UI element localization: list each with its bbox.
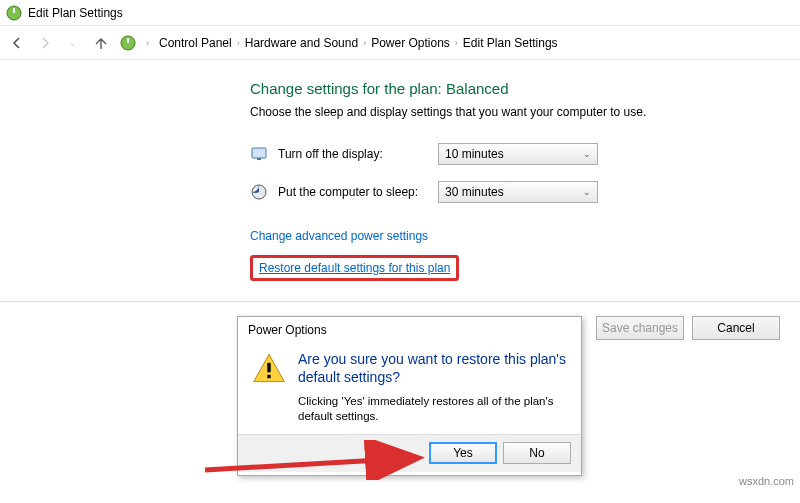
breadcrumb: Control Panel › Hardware and Sound › Pow… (159, 36, 558, 50)
arrow-left-icon (9, 35, 25, 51)
dialog-heading: Are you sure you want to restore this pl… (298, 351, 567, 386)
window-title: Edit Plan Settings (28, 6, 123, 20)
no-button[interactable]: No (503, 442, 571, 464)
svg-rect-4 (252, 148, 266, 158)
dialog-message: Clicking 'Yes' immediately restores all … (298, 394, 567, 424)
link-advanced-settings[interactable]: Change advanced power settings (250, 229, 428, 243)
annotation-highlight: Restore default settings for this plan (250, 255, 459, 281)
chevron-right-icon: › (363, 38, 366, 48)
svg-rect-5 (257, 158, 261, 160)
link-restore-defaults[interactable]: Restore default settings for this plan (259, 261, 450, 275)
svg-rect-8 (267, 375, 270, 378)
dropdown-display-off[interactable]: 10 minutes ⌄ (438, 143, 598, 165)
row-display-off: Turn off the display: 10 minutes ⌄ (250, 143, 800, 165)
crumb-hardware-sound[interactable]: Hardware and Sound (245, 36, 358, 50)
dropdown-value: 30 minutes (445, 185, 504, 199)
page-heading: Change settings for the plan: Balanced (250, 80, 800, 97)
separator (0, 301, 800, 302)
row-sleep: Put the computer to sleep: 30 minutes ⌄ (250, 181, 800, 203)
label-sleep: Put the computer to sleep: (278, 185, 438, 199)
chevron-right-icon: › (455, 38, 458, 48)
navbar: ⌄ › Control Panel › Hardware and Sound ›… (0, 26, 800, 60)
power-options-icon (6, 5, 22, 21)
forward-button[interactable] (36, 34, 54, 52)
titlebar: Edit Plan Settings (0, 0, 800, 26)
chevron-right-icon: › (237, 38, 240, 48)
back-button[interactable] (8, 34, 26, 52)
chevron-down-icon: ⌄ (583, 149, 591, 159)
label-display-off: Turn off the display: (278, 147, 438, 161)
cancel-button[interactable]: Cancel (692, 316, 780, 340)
recent-button[interactable]: ⌄ (64, 34, 82, 52)
dropdown-sleep[interactable]: 30 minutes ⌄ (438, 181, 598, 203)
watermark: wsxdn.com (739, 475, 794, 487)
power-options-icon (120, 35, 136, 51)
dialog-title: Power Options (238, 317, 581, 343)
page-description: Choose the sleep and display settings th… (250, 105, 800, 119)
svg-rect-3 (127, 38, 129, 43)
save-changes-button[interactable]: Save changes (596, 316, 684, 340)
arrow-up-icon (93, 35, 109, 51)
chevron-down-icon: ⌄ (583, 187, 591, 197)
warning-icon (252, 351, 286, 385)
svg-rect-7 (267, 363, 270, 372)
content-area: Change settings for the plan: Balanced C… (0, 60, 800, 291)
dialog-footer: Yes No (238, 434, 581, 472)
sleep-icon (250, 183, 268, 201)
yes-button[interactable]: Yes (429, 442, 497, 464)
dialog-body: Are you sure you want to restore this pl… (238, 343, 581, 434)
display-icon (250, 145, 268, 163)
confirm-dialog: Power Options Are you sure you want to r… (237, 316, 582, 476)
arrow-right-icon (37, 35, 53, 51)
svg-rect-1 (13, 8, 15, 13)
up-button[interactable] (92, 34, 110, 52)
crumb-control-panel[interactable]: Control Panel (159, 36, 232, 50)
crumb-power-options[interactable]: Power Options (371, 36, 450, 50)
dropdown-value: 10 minutes (445, 147, 504, 161)
crumb-edit-plan[interactable]: Edit Plan Settings (463, 36, 558, 50)
footer-buttons: Save changes Cancel (596, 316, 780, 340)
chevron-right-icon: › (146, 38, 149, 48)
